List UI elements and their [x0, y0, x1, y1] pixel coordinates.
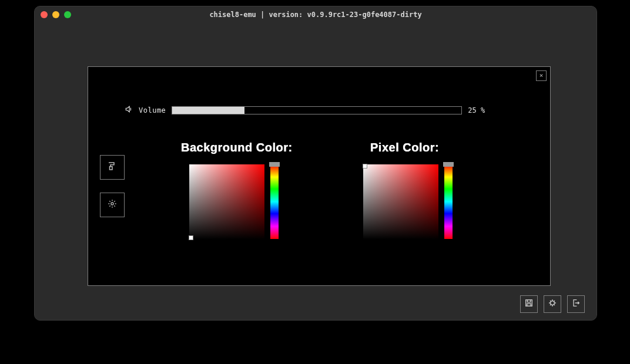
background-sv-field[interactable]: [189, 164, 264, 240]
background-color-picker: [189, 164, 279, 240]
titlebar: chisel8-emu | version: v0.9.9rc1-23-g0fe…: [35, 6, 597, 23]
background-sv-handle[interactable]: [189, 235, 193, 240]
save-icon: [524, 298, 534, 310]
svg-rect-0: [110, 167, 113, 170]
save-button[interactable]: [520, 295, 538, 313]
svg-point-1: [111, 203, 113, 205]
paint-icon: [107, 161, 118, 174]
pixel-hue-handle[interactable]: [443, 162, 454, 167]
settings-tab-button[interactable]: [100, 193, 125, 217]
volume-row: Volume 25 %: [125, 105, 485, 116]
client-area: × Volume 25 %: [35, 23, 597, 320]
volume-fill: [172, 107, 244, 114]
volume-slider[interactable]: [172, 106, 462, 114]
debug-button[interactable]: [544, 295, 561, 313]
exit-icon: [571, 298, 581, 310]
volume-label: Volume: [139, 106, 166, 114]
settings-panel: × Volume 25 %: [88, 66, 551, 286]
svg-rect-4: [527, 304, 531, 306]
pixel-sv-handle[interactable]: [363, 164, 367, 168]
pixel-sv-field[interactable]: [363, 164, 438, 240]
pixel-color-heading: Pixel Color:: [370, 141, 439, 154]
footer-buttons: [520, 295, 585, 313]
background-hue-slider[interactable]: [270, 164, 279, 239]
volume-value: 25 %: [468, 106, 485, 114]
background-color-heading: Background Color:: [181, 141, 293, 154]
background-hue-handle[interactable]: [269, 162, 280, 167]
exit-button[interactable]: [567, 295, 585, 313]
pixel-color-picker: [363, 164, 453, 240]
window-minimize-button[interactable]: [52, 11, 59, 18]
window-zoom-button[interactable]: [64, 11, 71, 18]
window-close-button[interactable]: [41, 11, 48, 18]
pixel-hue-slider[interactable]: [444, 164, 453, 239]
debug-icon: [548, 298, 557, 310]
panel-sidebar: [100, 155, 125, 217]
svg-rect-3: [527, 300, 530, 302]
window-title: chisel8-emu | version: v0.9.9rc1-23-g0fe…: [35, 11, 597, 19]
gear-icon: [108, 199, 117, 211]
app-window: chisel8-emu | version: v0.9.9rc1-23-g0fe…: [34, 6, 597, 321]
traffic-lights: [41, 11, 71, 18]
panel-close-button[interactable]: ×: [536, 70, 547, 81]
paint-tab-button[interactable]: [100, 155, 125, 180]
volume-speaker-icon: [125, 105, 133, 116]
